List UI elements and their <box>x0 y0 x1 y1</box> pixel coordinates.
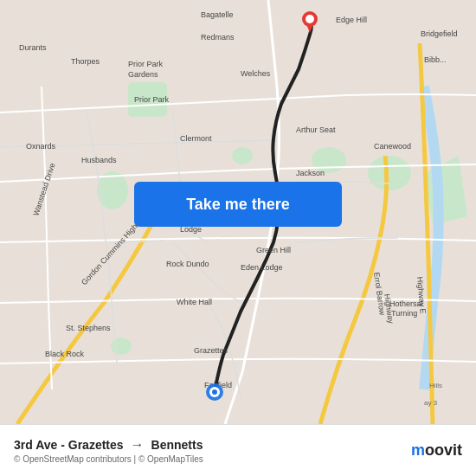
map-container: Durants Thorpes Prior Park Gardens Bagat… <box>0 0 476 424</box>
footer: 3rd Ave - Grazettes → Bennetts © OpenStr… <box>0 424 476 476</box>
svg-text:Eden Lodge: Eden Lodge <box>241 263 283 272</box>
svg-text:Husbands: Husbands <box>81 156 117 164</box>
svg-text:Bagatelle: Bagatelle <box>201 10 234 19</box>
svg-text:Durants: Durants <box>19 43 47 52</box>
moovit-logo-text: moovit <box>411 441 462 460</box>
svg-point-48 <box>212 389 217 395</box>
svg-text:Rock Dundo: Rock Dundo <box>166 260 209 268</box>
svg-text:Prior Park: Prior Park <box>128 60 164 68</box>
origin-label: 3rd Ave - Grazettes <box>14 438 124 452</box>
svg-point-5 <box>368 156 411 190</box>
svg-text:Oxnards: Oxnards <box>26 142 56 151</box>
svg-text:Thorpes: Thorpes <box>71 57 100 66</box>
take-me-there-button[interactable]: Take me there <box>134 182 342 227</box>
svg-text:White Hall: White Hall <box>177 298 212 306</box>
svg-text:ay 3: ay 3 <box>424 399 438 407</box>
attribution: © OpenStreetMap contributors | © OpenMap… <box>14 454 203 464</box>
moovit-logo: moovit <box>411 441 462 460</box>
route-display: 3rd Ave - Grazettes → Bennetts <box>14 437 203 453</box>
svg-text:Hills: Hills <box>429 382 442 389</box>
svg-text:Canewood: Canewood <box>374 142 411 151</box>
svg-text:Black Rock: Black Rock <box>45 350 85 358</box>
svg-point-6 <box>111 338 132 355</box>
svg-text:Prior Park: Prior Park <box>134 95 170 104</box>
svg-text:Jackson: Jackson <box>296 169 325 177</box>
destination-label: Bennetts <box>151 438 203 452</box>
svg-text:Welches: Welches <box>241 69 271 78</box>
svg-text:Grazettes: Grazettes <box>194 346 228 355</box>
svg-text:Redmans: Redmans <box>201 33 235 42</box>
moovit-m: m <box>411 441 425 459</box>
route-arrow: → <box>131 437 145 453</box>
svg-text:Green Hill: Green Hill <box>256 246 291 254</box>
svg-text:Gardens: Gardens <box>128 70 158 79</box>
svg-text:Clermont: Clermont <box>180 134 212 143</box>
svg-text:Edge Hill: Edge Hill <box>336 16 367 24</box>
svg-text:Bridgefield: Bridgefield <box>421 29 458 38</box>
footer-route-info: 3rd Ave - Grazettes → Bennetts © OpenStr… <box>14 437 203 464</box>
svg-text:Bibb...: Bibb... <box>424 55 447 64</box>
svg-text:Arthur Seat: Arthur Seat <box>296 125 336 134</box>
svg-point-3 <box>232 147 253 164</box>
moovit-rest: oovit <box>425 441 462 459</box>
svg-point-45 <box>306 15 314 23</box>
svg-text:St. Stephens: St. Stephens <box>66 324 111 332</box>
